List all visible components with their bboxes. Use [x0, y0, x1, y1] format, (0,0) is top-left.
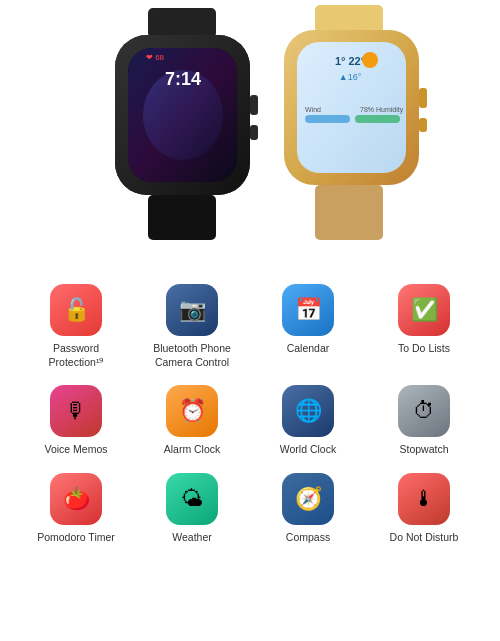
feature-icon-alarm-clock: ⏰	[166, 385, 218, 437]
svg-text:78% Humidity: 78% Humidity	[360, 106, 404, 114]
feature-icon-voice-memos: 🎙	[50, 385, 102, 437]
feature-item-world-clock: 🌐World Clock	[252, 381, 364, 461]
feature-icon-calendar: 📅	[282, 284, 334, 336]
svg-rect-21	[315, 185, 383, 240]
svg-rect-19	[355, 115, 400, 123]
feature-icon-bluetooth-camera: 📷	[166, 284, 218, 336]
feature-label-password-protection: Password Protection¹⁹	[49, 342, 104, 369]
feature-label-alarm-clock: Alarm Clock	[164, 443, 221, 457]
svg-rect-22	[419, 88, 427, 108]
feature-label-todo-lists: To Do Lists	[398, 342, 450, 356]
feature-item-do-not-disturb: 🌡Do Not Disturb	[368, 469, 480, 549]
feature-icon-do-not-disturb: 🌡	[398, 473, 450, 525]
feature-label-stopwatch: Stopwatch	[399, 443, 448, 457]
feature-icon-password-protection: 🔓	[50, 284, 102, 336]
svg-point-16	[362, 52, 378, 68]
feature-item-password-protection: 🔓Password Protection¹⁹	[20, 280, 132, 373]
feature-icon-compass: 🧭	[282, 473, 334, 525]
feature-icon-stopwatch: ⏱	[398, 385, 450, 437]
feature-item-bluetooth-camera: 📷Bluetooth Phone Camera Control	[136, 280, 248, 373]
feature-label-bluetooth-camera: Bluetooth Phone Camera Control	[153, 342, 231, 369]
features-grid: 🔓Password Protection¹⁹📷Bluetooth Phone C…	[0, 270, 500, 549]
feature-icon-world-clock: 🌐	[282, 385, 334, 437]
feature-label-world-clock: World Clock	[280, 443, 336, 457]
svg-rect-11	[315, 5, 383, 33]
feature-item-alarm-clock: ⏰Alarm Clock	[136, 381, 248, 461]
feature-item-todo-lists: ✅To Do Lists	[368, 280, 480, 373]
feature-icon-pomodoro-timer: 🍅	[50, 473, 102, 525]
svg-rect-23	[419, 118, 427, 132]
feature-item-pomodoro-timer: 🍅Pomodoro Timer	[20, 469, 132, 549]
svg-rect-0	[148, 8, 216, 38]
feature-icon-todo-lists: ✅	[398, 284, 450, 336]
feature-item-voice-memos: 🎙Voice Memos	[20, 381, 132, 461]
feature-item-calendar: 📅Calendar	[252, 280, 364, 373]
feature-item-compass: 🧭Compass	[252, 469, 364, 549]
feature-label-pomodoro-timer: Pomodoro Timer	[37, 531, 115, 545]
svg-text:❤ 68: ❤ 68	[146, 53, 165, 62]
feature-label-do-not-disturb: Do Not Disturb	[390, 531, 459, 545]
feature-label-voice-memos: Voice Memos	[44, 443, 107, 457]
svg-rect-10	[250, 125, 258, 140]
svg-text:▲16°: ▲16°	[339, 72, 362, 82]
svg-text:Wind: Wind	[305, 106, 321, 113]
watch-image-section: 7:14 ❤ 68 1° 22° ▲16° Wind 78% Humidity	[0, 0, 500, 270]
feature-icon-weather: 🌤	[166, 473, 218, 525]
feature-label-calendar: Calendar	[287, 342, 330, 356]
feature-label-compass: Compass	[286, 531, 330, 545]
svg-rect-9	[250, 95, 258, 115]
svg-text:7:14: 7:14	[165, 69, 201, 89]
svg-rect-8	[148, 195, 216, 240]
feature-item-stopwatch: ⏱Stopwatch	[368, 381, 480, 461]
svg-rect-17	[305, 115, 350, 123]
svg-text:1° 22°: 1° 22°	[335, 55, 365, 67]
feature-label-weather: Weather	[172, 531, 212, 545]
feature-item-weather: 🌤Weather	[136, 469, 248, 549]
